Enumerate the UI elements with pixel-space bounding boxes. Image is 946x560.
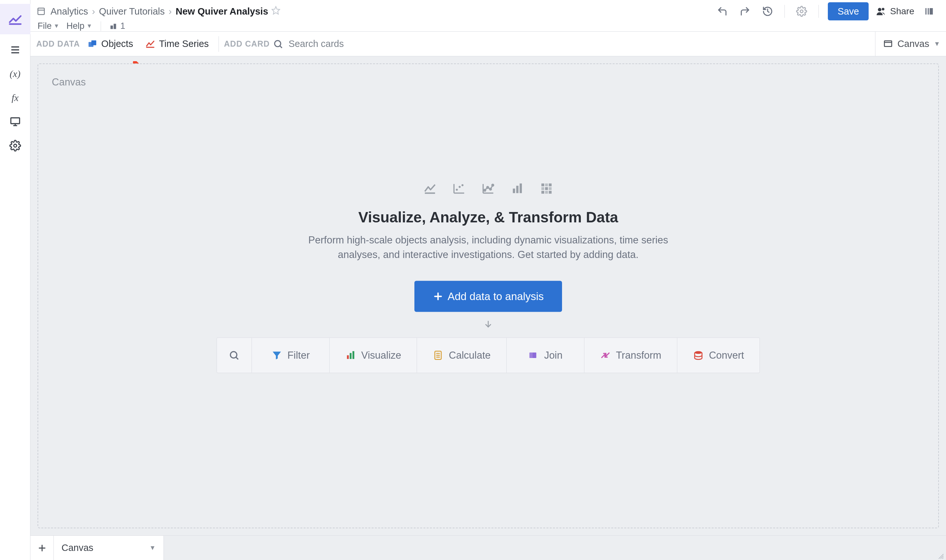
action-convert-label: Convert [709, 349, 744, 361]
search-icon [229, 349, 240, 361]
breadcrumb-separator: › [168, 6, 172, 17]
calculate-icon [432, 349, 443, 361]
divider [101, 22, 101, 31]
svg-rect-34 [520, 183, 522, 193]
undo-button[interactable] [715, 3, 730, 19]
menu-help[interactable]: Help ▼ [66, 21, 92, 31]
action-filter-label: Filter [288, 349, 310, 361]
bar-chart-icon [511, 182, 524, 195]
join-icon [528, 349, 539, 361]
tab-canvas[interactable]: Canvas ▼ [54, 536, 164, 560]
breadcrumb-parent[interactable]: Quiver Tutorials [99, 6, 165, 17]
scatter-icon [452, 182, 466, 195]
search-cards-input[interactable] [288, 38, 405, 49]
svg-point-58 [694, 351, 702, 354]
history-button[interactable] [760, 3, 775, 19]
plus-icon [37, 543, 47, 553]
bottom-tab-bar: Canvas ▼ [31, 535, 946, 560]
share-label: Share [890, 6, 914, 17]
search-cards[interactable] [273, 38, 872, 49]
time-series-button[interactable]: Time Series [141, 37, 213, 51]
main-area: Analytics › Quiver Tutorials › New Quive… [31, 0, 946, 560]
objects-label: Objects [102, 38, 133, 49]
svg-point-31 [492, 184, 494, 186]
search-icon [273, 39, 283, 49]
time-series-icon [145, 39, 155, 49]
svg-rect-7 [38, 8, 45, 15]
redo-button[interactable] [737, 3, 753, 19]
action-convert[interactable]: Convert [677, 338, 760, 372]
action-search[interactable] [217, 338, 252, 372]
empty-state-heading: Visualize, Analyze, & Transform Data [358, 208, 618, 226]
app-logo[interactable] [0, 4, 31, 34]
scatter-line-icon [481, 182, 495, 195]
tab-canvas-label: Canvas [62, 543, 93, 553]
action-join[interactable]: Join [507, 338, 585, 372]
objects-button[interactable]: Objects [83, 37, 138, 51]
save-button-label: Save [838, 6, 859, 17]
flow-arrow-icon [483, 320, 493, 331]
svg-rect-42 [545, 191, 548, 194]
nav-functions-icon[interactable]: fx [7, 89, 24, 106]
action-transform[interactable]: Transform [585, 338, 677, 372]
save-button[interactable]: Save [828, 2, 869, 20]
svg-line-21 [280, 46, 282, 48]
header: Analytics › Quiver Tutorials › New Quive… [31, 0, 946, 32]
breadcrumb-separator: › [91, 6, 96, 17]
breadcrumb-current: New Quiver Analysis [175, 6, 268, 17]
share-button[interactable]: Share [876, 6, 914, 17]
canvas-title: Canvas [52, 76, 924, 88]
add-data-label: ADD DATA [36, 39, 80, 49]
chart-type-icons [423, 182, 553, 195]
presence-indicator[interactable]: 1 [109, 21, 125, 31]
canvas-view-icon [883, 39, 893, 49]
resize-grip-icon[interactable] [937, 552, 944, 559]
svg-rect-22 [884, 41, 892, 47]
nav-present-icon[interactable] [7, 113, 24, 130]
plus-icon [432, 291, 443, 302]
panel-toggle-button[interactable] [921, 3, 937, 19]
canvas-card[interactable]: Canvas Visualize, Analyze, & Transform D… [38, 63, 939, 528]
settings-button[interactable] [794, 3, 809, 19]
presence-count: 1 [120, 21, 125, 31]
file-type-icon [36, 6, 46, 16]
action-join-label: Join [544, 349, 563, 361]
svg-point-27 [461, 184, 463, 186]
nav-menu-icon[interactable] [7, 42, 24, 58]
breadcrumb: Analytics › Quiver Tutorials › New Quive… [36, 6, 280, 17]
action-filter[interactable]: Filter [252, 338, 329, 372]
people-icon [876, 6, 886, 17]
caret-down-icon: ▼ [934, 40, 940, 48]
nav-settings-icon[interactable] [7, 137, 24, 154]
action-calculate[interactable]: Calculate [417, 338, 506, 372]
menu-file[interactable]: File ▼ [38, 21, 59, 31]
caret-down-icon: ▼ [149, 544, 156, 552]
svg-rect-40 [549, 187, 552, 190]
add-data-button[interactable]: Add data to analysis [414, 281, 562, 312]
svg-point-47 [231, 352, 237, 358]
add-data-label: Add data to analysis [448, 290, 544, 302]
add-tab-button[interactable] [31, 536, 54, 560]
breadcrumb-root[interactable]: Analytics [51, 6, 88, 17]
svg-rect-15 [929, 8, 933, 15]
workspace: Canvas Visualize, Analyze, & Transform D… [31, 56, 946, 535]
view-mode-switch[interactable]: Canvas ▼ [875, 32, 940, 56]
svg-rect-41 [541, 191, 544, 194]
action-visualize[interactable]: Visualize [329, 338, 417, 372]
svg-rect-19 [91, 40, 96, 45]
caret-down-icon: ▼ [86, 23, 92, 29]
svg-point-10 [800, 10, 803, 13]
favorite-star-icon[interactable] [271, 6, 280, 17]
line-chart-icon [423, 182, 437, 195]
caret-down-icon: ▼ [54, 23, 60, 29]
svg-rect-37 [549, 183, 552, 186]
nav-variables-icon[interactable]: (x) [7, 65, 24, 82]
action-visualize-label: Visualize [361, 349, 401, 361]
visualize-icon [345, 349, 356, 361]
action-calculate-label: Calculate [449, 349, 491, 361]
svg-rect-56 [529, 352, 533, 358]
svg-rect-3 [11, 118, 19, 124]
add-card-label: ADD CARD [224, 39, 270, 49]
heatmap-icon [540, 182, 553, 195]
svg-line-48 [236, 357, 238, 359]
